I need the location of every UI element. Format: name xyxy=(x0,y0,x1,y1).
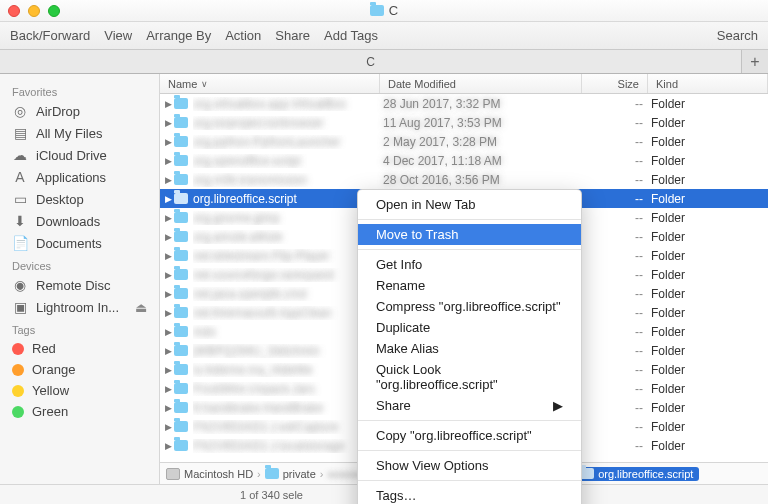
sidebar-tag-yellow[interactable]: Yellow xyxy=(0,380,159,401)
file-name: FN2V653AD2.J.eelCapture xyxy=(193,420,383,434)
disclosure-triangle-icon[interactable]: ▶ xyxy=(160,327,172,337)
window-title-text: C xyxy=(389,3,398,18)
disclosure-triangle-icon[interactable]: ▶ xyxy=(160,232,172,242)
view-button[interactable]: View xyxy=(104,28,132,43)
file-name: net.freemacsoft.AppClean xyxy=(193,306,383,320)
sidebar-icon: ⬇ xyxy=(12,213,28,229)
menu-quick-look[interactable]: Quick Look "org.libreoffice.script" xyxy=(358,359,581,395)
sidebar-item-downloads[interactable]: ⬇Downloads xyxy=(0,210,159,232)
file-name: org.python.PythonLauncher xyxy=(193,135,383,149)
disclosure-triangle-icon[interactable]: ▶ xyxy=(160,365,172,375)
file-row[interactable]: ▶org.torproject.torbrowser11 Aug 2017, 3… xyxy=(160,113,768,132)
file-size: -- xyxy=(585,135,651,149)
action-button[interactable]: Action xyxy=(225,28,261,43)
menu-rename[interactable]: Rename xyxy=(358,275,581,296)
minimize-window-button[interactable] xyxy=(28,5,40,17)
folder-icon xyxy=(174,212,188,223)
file-size: -- xyxy=(585,401,651,415)
disclosure-triangle-icon[interactable]: ▶ xyxy=(160,422,172,432)
file-kind: Folder xyxy=(651,401,768,415)
tag-dot-icon xyxy=(12,385,24,397)
sidebar-item-desktop[interactable]: ▭Desktop xyxy=(0,188,159,210)
search-button[interactable]: Search xyxy=(717,28,758,43)
disclosure-triangle-icon[interactable]: ▶ xyxy=(160,99,172,109)
harddisk-icon xyxy=(166,468,180,480)
file-name: org.libreoffice.script xyxy=(193,192,383,206)
folder-icon xyxy=(174,421,188,432)
disclosure-triangle-icon[interactable]: ▶ xyxy=(160,441,172,451)
sidebar-tag-green[interactable]: Green xyxy=(0,401,159,422)
file-name: net.telestream.Flip-Player xyxy=(193,249,383,263)
folder-icon xyxy=(174,155,188,166)
file-size: -- xyxy=(585,230,651,244)
tab-c[interactable]: C xyxy=(0,50,742,73)
sidebar-item-documents[interactable]: 📄Documents xyxy=(0,232,159,254)
eject-icon[interactable]: ⏏ xyxy=(135,300,147,315)
share-button[interactable]: Share xyxy=(275,28,310,43)
file-kind: Folder xyxy=(651,173,768,187)
zoom-window-button[interactable] xyxy=(48,5,60,17)
disclosure-triangle-icon[interactable]: ▶ xyxy=(160,270,172,280)
folder-icon xyxy=(174,440,188,451)
menu-open-new-tab[interactable]: Open in New Tab xyxy=(358,194,581,215)
disclosure-triangle-icon[interactable]: ▶ xyxy=(160,403,172,413)
disclosure-triangle-icon[interactable]: ▶ xyxy=(160,175,172,185)
menu-share[interactable]: Share▶ xyxy=(358,395,581,416)
file-kind: Folder xyxy=(651,97,768,111)
sidebar-item-lightroom-in-[interactable]: ▣Lightroom In...⏏ xyxy=(0,296,159,318)
disclosure-triangle-icon[interactable]: ▶ xyxy=(160,384,172,394)
column-size[interactable]: Size xyxy=(582,74,648,93)
path-root[interactable]: Macintosh HD xyxy=(184,468,253,480)
file-row[interactable]: ▶org.openoffice.script4 Dec 2017, 11:18 … xyxy=(160,151,768,170)
sidebar-item-airdrop[interactable]: ◎AirDrop xyxy=(0,100,159,122)
back-forward-button[interactable]: Back/Forward xyxy=(10,28,90,43)
menu-get-info[interactable]: Get Info xyxy=(358,254,581,275)
tabbar: C + xyxy=(0,50,768,74)
file-size: -- xyxy=(585,97,651,111)
add-tags-button[interactable]: Add Tags xyxy=(324,28,378,43)
disclosure-triangle-icon[interactable]: ▶ xyxy=(160,137,172,147)
sidebar-item-all-my-files[interactable]: ▤All My Files xyxy=(0,122,159,144)
file-kind: Folder xyxy=(651,192,768,206)
menu-show-view-options[interactable]: Show View Options xyxy=(358,455,581,476)
disclosure-triangle-icon[interactable]: ▶ xyxy=(160,118,172,128)
sidebar-item-remote-disc[interactable]: ◉Remote Disc xyxy=(0,274,159,296)
column-name[interactable]: Name∨ xyxy=(160,74,380,93)
file-name: org.m0k.transmission xyxy=(193,173,383,187)
file-row[interactable]: ▶org.virtualbox.app.VirtualBox28 Jun 201… xyxy=(160,94,768,113)
new-tab-button[interactable]: + xyxy=(742,50,768,73)
sidebar-tag-orange[interactable]: Orange xyxy=(0,359,159,380)
sidebar-item-icloud-drive[interactable]: ☁iCloud Drive xyxy=(0,144,159,166)
disclosure-triangle-icon[interactable]: ▶ xyxy=(160,308,172,318)
disclosure-triangle-icon[interactable]: ▶ xyxy=(160,289,172,299)
file-row[interactable]: ▶org.m0k.transmission28 Oct 2016, 3:56 P… xyxy=(160,170,768,189)
file-name: fr.handbrake.HandBrake xyxy=(193,401,383,415)
disclosure-triangle-icon[interactable]: ▶ xyxy=(160,194,172,204)
column-date[interactable]: Date Modified xyxy=(380,74,582,93)
sidebar-tag-red[interactable]: Red xyxy=(0,338,159,359)
menu-duplicate[interactable]: Duplicate xyxy=(358,317,581,338)
sidebar-icon: A xyxy=(12,169,28,185)
disclosure-triangle-icon[interactable]: ▶ xyxy=(160,156,172,166)
disclosure-triangle-icon[interactable]: ▶ xyxy=(160,346,172,356)
sidebar-item-applications[interactable]: AApplications xyxy=(0,166,159,188)
arrange-by-button[interactable]: Arrange By xyxy=(146,28,211,43)
file-row[interactable]: ▶org.python.PythonLauncher2 May 2017, 3:… xyxy=(160,132,768,151)
menu-make-alias[interactable]: Make Alias xyxy=(358,338,581,359)
path-current[interactable]: org.libreoffice.script xyxy=(574,467,699,481)
window-title: C xyxy=(0,3,768,18)
disclosure-triangle-icon[interactable]: ▶ xyxy=(160,213,172,223)
menu-tags[interactable]: Tags… xyxy=(358,485,581,504)
folder-icon xyxy=(174,402,188,413)
close-window-button[interactable] xyxy=(8,5,20,17)
disclosure-triangle-icon[interactable]: ▶ xyxy=(160,251,172,261)
plus-icon: + xyxy=(750,53,759,71)
path-seg[interactable]: private xyxy=(283,468,316,480)
menu-compress[interactable]: Compress "org.libreoffice.script" xyxy=(358,296,581,317)
column-kind[interactable]: Kind xyxy=(648,74,768,93)
folder-icon xyxy=(174,231,188,242)
menu-move-to-trash[interactable]: Move to Trash xyxy=(358,224,581,245)
file-size: -- xyxy=(585,420,651,434)
menu-copy[interactable]: Copy "org.libreoffice.script" xyxy=(358,425,581,446)
file-size: -- xyxy=(585,344,651,358)
